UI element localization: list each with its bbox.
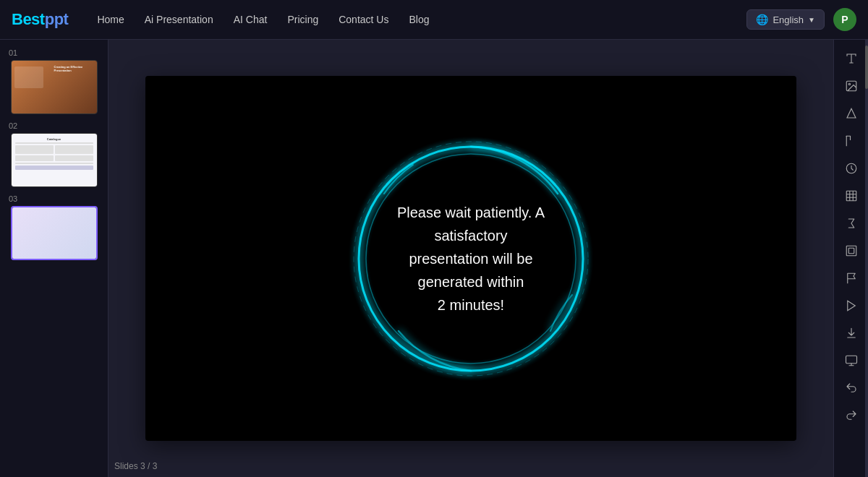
- slide-number-2: 02: [9, 121, 17, 130]
- clock-icon: [845, 162, 858, 175]
- undo-icon: [845, 382, 858, 395]
- corner-tool-button[interactable]: [838, 128, 864, 154]
- slide-item-2[interactable]: 02 Catalogue: [6, 121, 102, 187]
- present-icon: [845, 354, 858, 367]
- text-icon: [845, 52, 858, 65]
- corner-icon: [845, 134, 858, 147]
- thumb3-content: [12, 207, 96, 259]
- message-line3: 2 minutes!: [438, 297, 504, 313]
- redo-tool-button[interactable]: [838, 403, 864, 429]
- toolbar-scroll-thumb[interactable]: [865, 46, 868, 89]
- svg-point-4: [848, 83, 850, 85]
- slide-item-3[interactable]: 03: [6, 194, 102, 260]
- main-layout: 01 Creating an Effective Presentation 02…: [0, 40, 868, 477]
- right-toolbar: [833, 40, 868, 477]
- image-tool-button[interactable]: [838, 73, 864, 99]
- frame-icon: [845, 244, 858, 257]
- present-tool-button[interactable]: [838, 348, 864, 374]
- chevron-down-icon: ▼: [808, 16, 815, 24]
- undo-tool-button[interactable]: [838, 375, 864, 401]
- slide-panel: 01 Creating an Effective Presentation 02…: [0, 40, 109, 477]
- download-tool-button[interactable]: [838, 320, 864, 346]
- frame-tool-button[interactable]: [838, 238, 864, 264]
- flag-icon: [845, 272, 858, 285]
- formula-tool-button[interactable]: [838, 210, 864, 236]
- slide-number-3: 03: [9, 194, 17, 203]
- slides-status: Slides 3 / 3: [114, 461, 157, 471]
- slide-message: Please wait patiently. A satisfactory pr…: [348, 201, 594, 317]
- shape-tool-button[interactable]: [838, 100, 864, 126]
- nav-home[interactable]: Home: [97, 14, 124, 25]
- logo-suffix: ppt: [45, 10, 69, 28]
- slide-thumbnail-2[interactable]: Catalogue: [11, 133, 98, 187]
- slide-thumbnail-3[interactable]: [11, 206, 98, 260]
- slide-item-1[interactable]: 01 Creating an Effective Presentation: [6, 48, 102, 114]
- svg-marker-9: [847, 301, 855, 311]
- language-selector[interactable]: 🌐 English ▼: [746, 9, 825, 30]
- language-label: English: [773, 14, 804, 25]
- sigma-icon: [845, 217, 858, 230]
- globe-icon: 🌐: [756, 14, 768, 25]
- slide-thumbnail-1[interactable]: Creating an Effective Presentation: [11, 60, 98, 114]
- logo-prefix: Best: [12, 10, 45, 28]
- play-icon: [845, 299, 858, 312]
- image-icon: [845, 80, 858, 93]
- message-line2: presentation will be generated within: [409, 251, 532, 290]
- nav-contact[interactable]: Contact Us: [339, 14, 388, 25]
- nav-pricing[interactable]: Pricing: [287, 14, 318, 25]
- nav-ai-chat[interactable]: AI Chat: [234, 14, 268, 25]
- toolbar-scrollbar[interactable]: [865, 40, 868, 477]
- table-icon: [845, 189, 858, 202]
- text-tool-button[interactable]: [838, 46, 864, 72]
- slide-number-1: 01: [9, 48, 17, 57]
- nav-blog[interactable]: Blog: [409, 14, 429, 25]
- clock-tool-button[interactable]: [838, 155, 864, 181]
- svg-rect-6: [846, 191, 856, 201]
- redo-icon: [845, 409, 858, 422]
- status-bar: Slides 3 / 3: [114, 461, 157, 471]
- slide-canvas: Please wait patiently. A satisfactory pr…: [145, 76, 796, 441]
- nav-ai-presentation[interactable]: Ai Presentation: [145, 14, 213, 25]
- canvas-area: Please wait patiently. A satisfactory pr…: [109, 40, 833, 477]
- table-tool-button[interactable]: [838, 183, 864, 209]
- download-icon: [845, 327, 858, 340]
- svg-rect-10: [846, 356, 856, 364]
- logo[interactable]: Bestppt: [12, 10, 68, 29]
- nav-right: 🌐 English ▼ P: [746, 8, 856, 31]
- flag-tool-button[interactable]: [838, 265, 864, 291]
- avatar[interactable]: P: [833, 8, 856, 31]
- shape-icon: [845, 107, 858, 120]
- glow-circle-container: Please wait patiently. A satisfactory pr…: [348, 136, 594, 382]
- thumb2-content: Catalogue: [12, 134, 97, 186]
- nav-links: Home Ai Presentation AI Chat Pricing Con…: [97, 14, 746, 25]
- svg-rect-7: [846, 246, 856, 256]
- thumb1-content: Creating an Effective Presentation: [12, 61, 97, 113]
- play-tool-button[interactable]: [838, 293, 864, 319]
- svg-rect-8: [848, 248, 854, 254]
- message-line1: Please wait patiently. A satisfactory: [397, 205, 545, 244]
- navbar: Bestppt Home Ai Presentation AI Chat Pri…: [0, 0, 868, 40]
